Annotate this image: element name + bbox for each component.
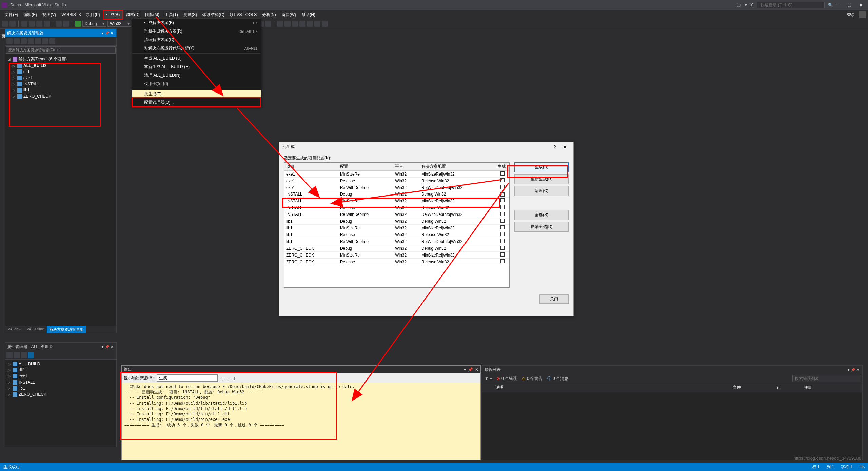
filter-messages[interactable]: ⓘ 0 个消息 — [547, 376, 568, 382]
rebuild-button[interactable]: 重新生成(R) — [514, 174, 569, 184]
output-text[interactable]: CMake does not need to re-run because F:… — [122, 383, 480, 460]
tb-icon-14[interactable] — [314, 21, 320, 27]
tb-icon-11[interactable] — [292, 21, 298, 27]
table-row[interactable]: exe1MinSizeRelWin32MinSizeRel|Win32 — [284, 171, 509, 178]
build-checkbox[interactable] — [500, 219, 505, 223]
tb-icon-15[interactable] — [322, 21, 328, 27]
notifications-flag[interactable]: ▼ 10 — [744, 3, 754, 7]
prop-item-ZERO_CHECK[interactable]: ▷ZERO_CHECK — [6, 391, 115, 397]
table-row[interactable]: exe1RelWithDebInfoWin32RelWithDebInfo|Wi… — [284, 184, 509, 191]
menu-arch[interactable]: 体系结构(C) — [200, 11, 227, 19]
tb-icon-8[interactable] — [265, 21, 271, 27]
nav-fwd-icon[interactable] — [9, 21, 16, 27]
sol-properties-icon[interactable] — [42, 38, 48, 44]
close-button[interactable]: ✕ — [856, 3, 866, 7]
solution-search-input[interactable]: 搜索解决方案资源管理器(Ctrl+;) — [6, 46, 116, 54]
menu-team[interactable]: 团队(M) — [142, 11, 162, 19]
prop-save-icon[interactable] — [28, 352, 34, 358]
build-checkbox[interactable] — [500, 246, 505, 250]
menu-help[interactable]: 帮助(H) — [299, 11, 318, 19]
solution-item-dll1[interactable]: ▷dll1 — [6, 69, 115, 75]
filter-warnings[interactable]: ⚠ 0 个警告 — [522, 376, 542, 382]
output-clear-icon[interactable]: ▢ — [220, 376, 223, 381]
table-row[interactable]: INSTALLReleaseWin32Release|Win32 — [284, 204, 509, 211]
table-row[interactable]: ZERO_CHECKDebugWin32Debug|Win32 — [284, 245, 509, 252]
menu-item[interactable]: 生成 ALL_BUILD (U) — [132, 54, 261, 63]
sol-refresh-icon[interactable] — [14, 38, 20, 44]
solution-item-ALL_BUILD[interactable]: ▷ALL_BUILD — [6, 63, 115, 69]
solution-item-exe1[interactable]: ▷exe1 — [6, 75, 115, 81]
menu-build[interactable]: 生成(B) — [103, 10, 123, 20]
error-pin-icon[interactable]: 📌 — [851, 368, 855, 372]
tb-icon-12[interactable] — [299, 21, 305, 27]
build-checkbox[interactable] — [500, 239, 505, 243]
nav-back-icon[interactable] — [2, 21, 8, 27]
menu-debug[interactable]: 调试(D) — [123, 11, 142, 19]
menu-project[interactable]: 项目(P) — [84, 11, 103, 19]
output-goto-icon[interactable]: ▢ — [231, 376, 235, 381]
build-checkbox[interactable] — [500, 171, 505, 176]
avatar-icon[interactable] — [859, 11, 866, 18]
batch-build-grid[interactable]: 项目 配置 平台 解决方案配置 生成 exe1MinSizeRelWin32Mi… — [284, 162, 510, 288]
build-checkbox[interactable]: ✓ — [500, 192, 505, 197]
menu-item[interactable]: 重新生成 ALL_BUILD (E) — [132, 63, 261, 71]
feedback-icon[interactable]: ▢ — [737, 3, 741, 7]
maximize-button[interactable]: ▢ — [845, 3, 855, 7]
output-pin-icon[interactable]: 📌 — [468, 367, 473, 372]
quick-launch-input[interactable] — [757, 2, 825, 8]
menu-item[interactable]: 配置管理器(O)... — [132, 98, 261, 107]
prop-item-INSTALL[interactable]: ▷INSTALL — [6, 379, 115, 385]
sol-collapse-icon[interactable] — [35, 38, 41, 44]
table-row[interactable]: lib1DebugWin32Debug|Win32 — [284, 218, 509, 225]
menu-item[interactable]: 清理 ALL_BUILD(N) — [132, 71, 261, 80]
panel-dropdown-icon[interactable]: ▾ — [100, 31, 105, 35]
close-dialog-button[interactable]: 关闭 — [539, 294, 569, 304]
table-row[interactable]: INSTALLRelWithDebInfoWin32RelWithDebInfo… — [284, 211, 509, 218]
solution-item-ZERO_CHECK[interactable]: ▷ZERO_CHECK — [6, 93, 115, 99]
build-checkbox[interactable] — [500, 178, 505, 182]
menu-edit[interactable]: 编辑(E) — [21, 11, 40, 19]
build-button[interactable]: 生成(B) — [514, 162, 569, 172]
output-dropdown-icon[interactable]: ▾ — [464, 367, 466, 372]
open-file-icon[interactable] — [29, 21, 35, 27]
save-icon[interactable] — [36, 21, 42, 27]
prop-add2-icon[interactable] — [21, 352, 27, 358]
sol-sync-icon[interactable] — [21, 38, 27, 44]
prop-wrench-icon[interactable] — [6, 352, 13, 358]
select-all-button[interactable]: 全选(S) — [514, 210, 569, 220]
table-row[interactable]: INSTALLDebugWin32Debug|Win32✓ — [284, 191, 509, 198]
menu-test[interactable]: 测试(S) — [181, 11, 200, 19]
save-all-icon[interactable] — [44, 21, 50, 27]
prop-item-exe1[interactable]: ▷exe1 — [6, 373, 115, 379]
menu-item[interactable]: 批生成(T)... — [132, 90, 261, 98]
table-row[interactable]: lib1MinSizeRelWin32MinSizeRel|Win32 — [284, 225, 509, 231]
build-checkbox[interactable] — [500, 252, 505, 257]
deselect-all-button[interactable]: 撤消全选(D) — [514, 222, 569, 232]
build-checkbox[interactable] — [500, 212, 505, 216]
menu-item[interactable]: 重新生成解决方案(R)Ctrl+Alt+F7 — [132, 27, 261, 36]
minimize-button[interactable]: — — [833, 3, 843, 7]
table-row[interactable]: ZERO_CHECKReleaseWin32Release|Win32 — [284, 259, 509, 265]
menu-item[interactable]: 对解决方案运行代码分析(Y)Alt+F11 — [132, 44, 261, 53]
new-project-icon[interactable] — [21, 21, 27, 27]
prop-add-icon[interactable] — [14, 352, 20, 358]
menu-window[interactable]: 窗口(W) — [279, 11, 299, 19]
build-checkbox[interactable] — [500, 232, 505, 236]
output-close-icon[interactable]: ✕ — [475, 367, 478, 372]
table-row[interactable]: lib1RelWithDebInfoWin32RelWithDebInfo|Wi… — [284, 238, 509, 245]
menu-analyze[interactable]: 分析(N) — [259, 11, 279, 19]
undo-icon[interactable] — [56, 21, 62, 27]
table-row[interactable]: lib1ReleaseWin32Release|Win32 — [284, 231, 509, 238]
config-combo[interactable]: Debug — [82, 21, 106, 27]
sol-showall-icon[interactable] — [28, 38, 34, 44]
error-list-grid[interactable]: 说明 文件 行 项目 — [482, 383, 862, 392]
build-checkbox[interactable] — [500, 259, 505, 263]
platform-combo[interactable]: Win32 — [107, 21, 131, 27]
tb-icon-9[interactable] — [277, 21, 283, 27]
error-close-icon[interactable]: ✕ — [855, 368, 860, 372]
menu-item[interactable]: 清理解决方案(C) — [132, 36, 261, 44]
dialog-help-icon[interactable]: ? — [550, 145, 560, 149]
tab-solution-explorer[interactable]: 解决方案资源管理器 — [47, 326, 86, 333]
filter-errors[interactable]: ⊗ 0 个错误 — [497, 376, 517, 382]
build-checkbox[interactable] — [500, 225, 505, 229]
